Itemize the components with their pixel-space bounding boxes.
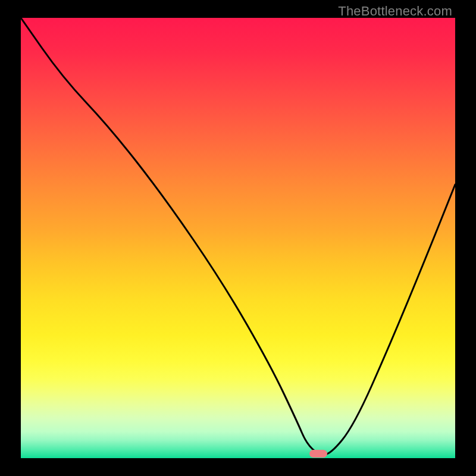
optimal-marker: [309, 450, 327, 458]
watermark-text: TheBottleneck.com: [338, 4, 452, 19]
bottleneck-curve: [21, 18, 455, 458]
curve-path: [21, 18, 455, 455]
chart-container: TheBottleneck.com: [0, 0, 476, 476]
plot-area: [21, 18, 455, 458]
